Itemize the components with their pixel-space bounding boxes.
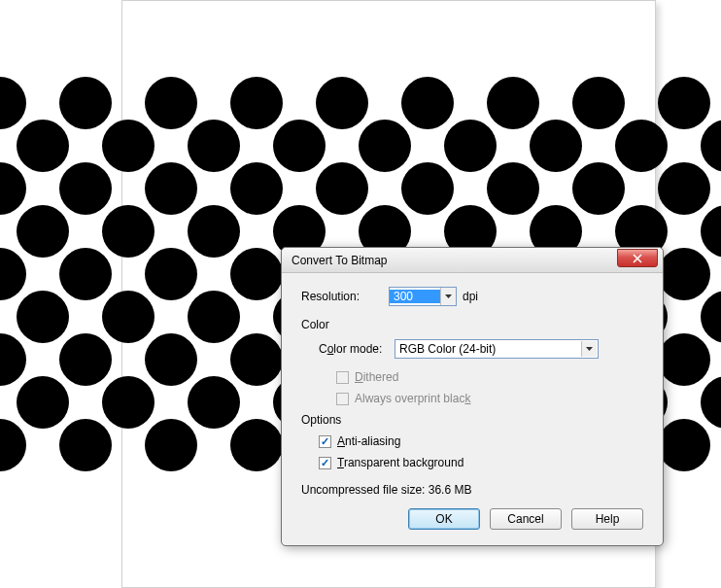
close-icon <box>633 254 642 263</box>
convert-to-bitmap-dialog: Convert To Bitmap Resolution: 300 dpi Co… <box>281 247 664 546</box>
resolution-label: Resolution: <box>301 290 389 303</box>
dithered-checkbox-row: Dithered <box>336 370 643 384</box>
transparent-bg-checkbox[interactable] <box>319 457 331 469</box>
resolution-input[interactable]: 300 <box>389 287 457 306</box>
button-row: OK Cancel Help <box>301 508 643 530</box>
transparent-bg-checkbox-row: Transparent background <box>319 456 643 469</box>
dialog-title: Convert To Bitmap <box>292 254 388 267</box>
color-mode-select[interactable]: RGB Color (24-bit) <box>395 339 599 359</box>
resolution-unit: dpi <box>463 290 478 303</box>
antialiasing-checkbox-row: Anti-aliasing <box>319 434 643 448</box>
color-mode-label: Color mode: <box>319 342 395 356</box>
dialog-body: Resolution: 300 dpi Color Color mode: RG… <box>282 273 663 545</box>
file-size-text: Uncompressed file size: 36.6 MB <box>301 483 643 497</box>
dithered-checkbox <box>336 371 349 384</box>
overprint-checkbox-row: Always overprint black <box>336 392 643 405</box>
resolution-value: 300 <box>390 290 440 303</box>
resolution-row: Resolution: 300 dpi <box>301 287 643 306</box>
dropdown-arrow-icon[interactable] <box>581 341 597 357</box>
help-button[interactable]: Help <box>571 508 643 530</box>
dropdown-arrow-icon[interactable] <box>440 288 456 305</box>
close-button[interactable] <box>617 249 658 267</box>
overprint-checkbox <box>336 393 349 405</box>
options-group-label: Options <box>301 413 643 427</box>
color-mode-row: Color mode: RGB Color (24-bit) <box>319 339 643 359</box>
transparent-bg-label: Transparent background <box>337 456 464 469</box>
antialiasing-label: Anti-aliasing <box>337 434 400 448</box>
color-group-label: Color <box>301 318 643 331</box>
color-mode-value: RGB Color (24-bit) <box>399 342 496 356</box>
dialog-titlebar[interactable]: Convert To Bitmap <box>282 248 663 273</box>
dithered-label: Dithered <box>355 370 398 384</box>
overprint-label: Always overprint black <box>355 392 470 405</box>
cancel-button[interactable]: Cancel <box>490 508 562 530</box>
antialiasing-checkbox[interactable] <box>319 435 331 448</box>
ok-button[interactable]: OK <box>408 508 480 530</box>
